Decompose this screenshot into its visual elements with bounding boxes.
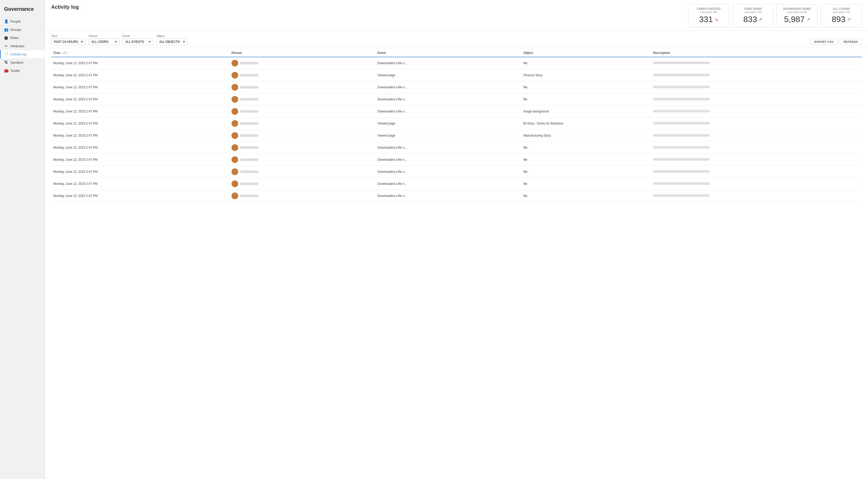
person-name-blur <box>240 86 258 89</box>
cell-event: Viewed page <box>375 130 521 142</box>
col-header-event: Event <box>375 48 521 57</box>
table-row: Monday, June 12, 2023 2:47 PM Downloaded… <box>51 190 862 202</box>
person-name-blur <box>240 122 258 125</box>
person-cell <box>231 193 373 199</box>
cell-description <box>651 166 862 178</box>
description-blur <box>653 134 710 137</box>
table-container[interactable]: Time UTC Person Event Object Description… <box>45 48 868 479</box>
app-title: Governance <box>0 4 45 17</box>
table-header-row: Time UTC Person Event Object Description <box>51 48 862 57</box>
sidebar-item-toolkit[interactable]: 🧰 Toolkit <box>0 67 45 75</box>
cell-time: Monday, June 12, 2023 2:47 PM <box>51 190 229 202</box>
stat-label: DASHBOARD VIEWS <box>782 7 812 10</box>
cell-person <box>229 105 375 117</box>
avatar <box>231 108 238 115</box>
object-filter-group: Object ALL OBJECTS <box>156 34 188 45</box>
stat-label: CARD VIEWS <box>738 7 768 10</box>
person-filter-group: Person ALL USERS <box>89 34 120 45</box>
cell-person <box>229 81 375 94</box>
sidebar-item-roles[interactable]: ⬤ Roles <box>0 34 45 42</box>
sidebar-item-activity-log[interactable]: 📄 Activity log <box>0 50 45 58</box>
cell-event: Downloaded a file v... <box>375 166 521 178</box>
person-cell <box>231 60 373 67</box>
sidebar-item-sandbox[interactable]: 🏗 Sandbox <box>0 58 45 67</box>
avatar <box>231 120 238 127</box>
sidebar-item-attributes[interactable]: ✏ Attributes <box>0 42 45 50</box>
sidebar-item-people[interactable]: 👤 People <box>0 17 45 25</box>
person-cell <box>231 108 373 115</box>
description-blur <box>653 158 710 161</box>
description-blur <box>653 170 710 173</box>
cell-description <box>651 94 862 105</box>
table-row: Monday, June 12, 2023 2:47 PM Downloaded… <box>51 154 862 166</box>
person-cell <box>231 132 373 139</box>
person-filter-label: Person <box>89 34 120 37</box>
person-name-blur <box>240 98 258 101</box>
person-cell <box>231 96 373 103</box>
sidebar-item-label: Groups <box>10 28 21 32</box>
cell-object: file <box>521 178 651 190</box>
cell-person <box>229 166 375 178</box>
person-name-blur <box>240 159 258 161</box>
cell-description <box>651 178 862 190</box>
cell-object: Finance Story <box>521 69 651 81</box>
event-filter-select[interactable]: ALL EVENTS <box>123 38 153 45</box>
time-filter-select[interactable]: PAST 24 HOURS PAST 7 DAYS PAST 30 DAYS <box>51 38 86 45</box>
stat-label: ALL LOGINS <box>826 7 857 10</box>
person-cell <box>231 168 373 175</box>
trend-up-icon: ↗ <box>758 17 763 22</box>
cell-time: Monday, June 12, 2023 2:47 PM <box>51 178 229 190</box>
avatar <box>231 156 238 163</box>
person-filter-select[interactable]: ALL USERS <box>89 38 120 45</box>
col-header-description: Description <box>651 48 862 57</box>
table-row: Monday, June 12, 2023 2:47 PM Downloaded… <box>51 81 862 94</box>
table-row: Monday, June 12, 2023 2:47 PM Downloaded… <box>51 166 862 178</box>
avatar <box>231 144 238 151</box>
person-name-blur <box>240 74 258 76</box>
description-blur <box>653 86 710 88</box>
table-body: Monday, June 12, 2023 2:47 PM Downloaded… <box>51 57 862 202</box>
cell-person <box>229 69 375 81</box>
description-blur <box>653 74 710 76</box>
stat-label: CARDS CREATED <box>693 7 724 10</box>
stats-row: CARDS CREATED Last week: 381 331 ↘ CARD … <box>688 4 862 28</box>
description-blur <box>653 194 710 197</box>
cell-event: Downloaded a file v... <box>375 81 521 94</box>
people-icon: 👤 <box>4 19 8 23</box>
cell-object: file <box>521 190 651 202</box>
cell-object: file <box>521 57 651 69</box>
col-header-person: Person <box>229 48 375 57</box>
cell-object: Image background <box>521 105 651 117</box>
table-row: Monday, June 12, 2023 2:47 PM Downloaded… <box>51 142 862 154</box>
event-filter-group: Event ALL EVENTS <box>123 34 153 45</box>
refresh-button[interactable]: REFRESH <box>840 39 862 45</box>
cell-description <box>651 154 862 166</box>
cell-person <box>229 142 375 154</box>
cell-time: Monday, June 12, 2023 2:47 PM <box>51 57 229 69</box>
sandbox-icon: 🏗 <box>4 60 8 64</box>
description-blur <box>653 62 710 64</box>
avatar <box>231 193 238 199</box>
attributes-icon: ✏ <box>4 44 8 48</box>
cell-time: Monday, June 12, 2023 2:47 PM <box>51 130 229 142</box>
cell-description <box>651 105 862 117</box>
person-cell <box>231 84 373 91</box>
time-filter-label: Time <box>51 34 86 37</box>
avatar <box>231 180 238 187</box>
stat-subtext: Last week: 734 <box>738 11 768 13</box>
sidebar-item-groups[interactable]: 👥 Groups <box>0 25 45 34</box>
export-csv-button[interactable]: EXPORT CSV <box>810 39 838 45</box>
cell-time: Monday, June 12, 2023 2:47 PM <box>51 69 229 81</box>
avatar <box>231 84 238 91</box>
avatar <box>231 60 238 67</box>
stat-value: 331 ↘ <box>693 14 724 24</box>
cell-event: Downloaded a file v... <box>375 178 521 190</box>
cell-description <box>651 190 862 202</box>
stat-subtext: Last week: 710 <box>826 11 857 13</box>
cell-object: file <box>521 81 651 94</box>
cell-object: file <box>521 94 651 105</box>
object-filter-select[interactable]: ALL OBJECTS <box>156 38 188 45</box>
table-row: Monday, June 12, 2023 2:47 PM Viewed pag… <box>51 69 862 81</box>
cell-event: Downloaded a file v... <box>375 105 521 117</box>
sidebar-item-label: People <box>10 20 21 23</box>
